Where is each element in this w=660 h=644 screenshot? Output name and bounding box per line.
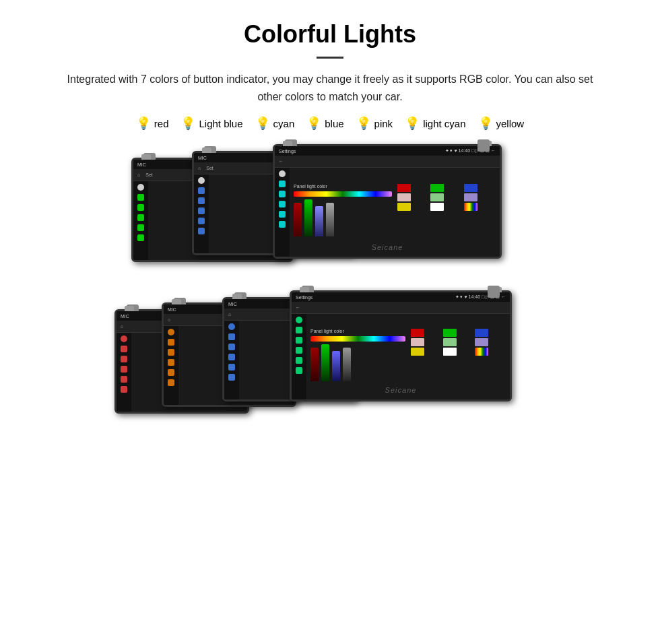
time-3: ✦ ▾ ♥ 14:40 □ ▷ ⊡ ⊡ ← — [445, 148, 496, 154]
color-label-pink: pink — [374, 118, 393, 129]
sidebar-b1 — [117, 333, 131, 412]
home-icon-1: ⌂ — [137, 172, 140, 177]
nav-bar-3: ← — [275, 156, 500, 168]
swatch-b4-8 — [443, 348, 457, 356]
bulb-icon-lightblue: 💡 — [180, 117, 195, 129]
swatch-5 — [430, 193, 444, 201]
bar-green-b4 — [321, 344, 329, 381]
sidebar-2 — [194, 174, 209, 253]
page-container: Colorful Lights Integrated with 7 colors… — [0, 0, 660, 464]
swatch-b4-6 — [475, 338, 488, 346]
settings-title-b4: Settings — [296, 295, 312, 300]
rainbow-bar-b4 — [310, 336, 405, 342]
content-3: Panel light color — [275, 168, 500, 257]
color-label-blue: blue — [325, 118, 343, 129]
nav-bar-b4: ← — [292, 302, 510, 314]
home-icon-b3: ⌂ — [228, 312, 231, 317]
mic-label-2: MIC — [198, 156, 207, 160]
sidebar-b4 — [292, 314, 306, 399]
swatch-9 — [464, 203, 477, 211]
main-content-3: Panel light color — [290, 168, 500, 257]
swatch-1 — [397, 184, 411, 192]
time-b4: ✦ ▾ ♥ 14:40 □ ▷ ⊡ ⊡ ← — [455, 294, 506, 300]
status-bar-3: Settings ✦ ▾ ♥ 14:40 □ ▷ ⊡ ⊡ ← — [275, 146, 500, 156]
bulb-icon-pink: 💡 — [356, 117, 371, 129]
rainbow-bar-3 — [294, 191, 392, 197]
mic-label-b3: MIC — [228, 302, 237, 307]
swatch-b4-2 — [443, 329, 457, 337]
title-divider — [317, 57, 343, 59]
page-title: Colorful Lights — [27, 20, 633, 49]
swatch-b4-5 — [443, 338, 457, 346]
color-label-lightblue: Light blue — [199, 118, 242, 129]
color-label-red: red — [154, 118, 169, 129]
color-item-red: 💡 red — [136, 117, 169, 129]
bulb-icon-lightcyan: 💡 — [405, 117, 420, 129]
swatch-8 — [430, 203, 444, 211]
home-icon-b1: ⌂ — [121, 324, 123, 329]
home-icon-2: ⌂ — [198, 166, 201, 170]
sidebar-3 — [275, 168, 290, 257]
mic-label-b2: MIC — [168, 307, 176, 312]
sidebar-b3 — [224, 321, 239, 399]
description-text: Integrated with 7 colors of button indic… — [54, 71, 606, 105]
color-label-lightcyan: light cyan — [423, 118, 465, 129]
bulb-icon-yellow: 💡 — [478, 117, 493, 129]
bulb-icon-cyan: 💡 — [255, 117, 270, 129]
bar-red-3 — [294, 203, 302, 236]
mic-label-1: MIC — [137, 162, 146, 167]
color-display-3 — [294, 199, 392, 236]
android-screen-b4: Settings ✦ ▾ ♥ 14:40 □ ▷ ⊡ ⊡ ← ← — [292, 292, 510, 399]
bottom-row: MIC Settings ⌂ — [114, 296, 546, 451]
color-legend: 💡 red 💡 Light blue 💡 cyan 💡 blue 💡 pink … — [27, 117, 633, 129]
settings-title-3: Settings — [279, 149, 296, 154]
settings-label-1: Set — [145, 172, 153, 177]
bar-blue-b4 — [332, 351, 340, 381]
home-icon-b2: ⌂ — [168, 317, 170, 322]
swatches-area-b4 — [411, 329, 506, 356]
main-content-b4: Panel light color — [306, 314, 510, 399]
content-b4: Panel light color — [292, 314, 510, 399]
bar-blue-3 — [315, 206, 323, 236]
panel-title-3: Panel light color — [294, 184, 392, 189]
color-item-blue: 💡 blue — [306, 117, 343, 129]
back-arrow-b4: ← — [296, 305, 300, 310]
swatch-4 — [397, 193, 411, 201]
bar-gray-b4 — [343, 348, 351, 381]
color-item-cyan: 💡 cyan — [255, 117, 295, 129]
sidebar-b2 — [164, 326, 178, 405]
bulb-icon-red: 💡 — [136, 117, 151, 129]
status-bar-b4: Settings ✦ ▾ ♥ 14:40 □ ▷ ⊡ ⊡ ← — [292, 292, 510, 302]
color-label-cyan: cyan — [273, 118, 295, 129]
swatches-area-3 — [397, 184, 496, 211]
bar-red-b4 — [310, 348, 319, 381]
panel-title-b4: Panel light color — [310, 329, 405, 333]
swatch-b4-3 — [475, 329, 488, 337]
swatch-6 — [464, 193, 477, 201]
color-item-pink: 💡 pink — [356, 117, 393, 129]
device-unit-3: Settings ✦ ▾ ♥ 14:40 □ ▷ ⊡ ⊡ ← ← — [273, 144, 502, 259]
swatch-3 — [464, 184, 477, 192]
color-swatches-b4 — [411, 329, 506, 356]
bar-green-3 — [304, 199, 312, 236]
swatch-b4-4 — [411, 338, 424, 346]
device-unit-b4: Settings ✦ ▾ ♥ 14:40 □ ▷ ⊡ ⊡ ← ← — [290, 290, 512, 401]
color-swatches-3 — [397, 184, 496, 211]
sidebar-1 — [133, 181, 148, 260]
color-item-lightcyan: 💡 light cyan — [405, 117, 465, 129]
bulb-icon-blue: 💡 — [306, 117, 321, 129]
top-row: MIC RST ⌂ Set — [131, 144, 529, 289]
settings-label-2: Set — [206, 166, 213, 170]
swatch-7 — [397, 203, 411, 211]
swatch-b4-1 — [411, 329, 424, 337]
swatch-b4-7 — [411, 348, 424, 356]
back-arrow-3: ← — [279, 159, 284, 164]
devices-section: MIC RST ⌂ Set — [27, 144, 633, 451]
android-screen-3: Settings ✦ ▾ ♥ 14:40 □ ▷ ⊡ ⊡ ← ← — [275, 146, 500, 257]
color-label-yellow: yellow — [496, 118, 525, 129]
color-item-lightblue: 💡 Light blue — [180, 117, 242, 129]
swatch-b4-9 — [475, 348, 488, 356]
color-item-yellow: 💡 yellow — [478, 117, 525, 129]
mic-label-b1: MIC — [121, 314, 129, 319]
bar-gray-3 — [326, 203, 334, 236]
